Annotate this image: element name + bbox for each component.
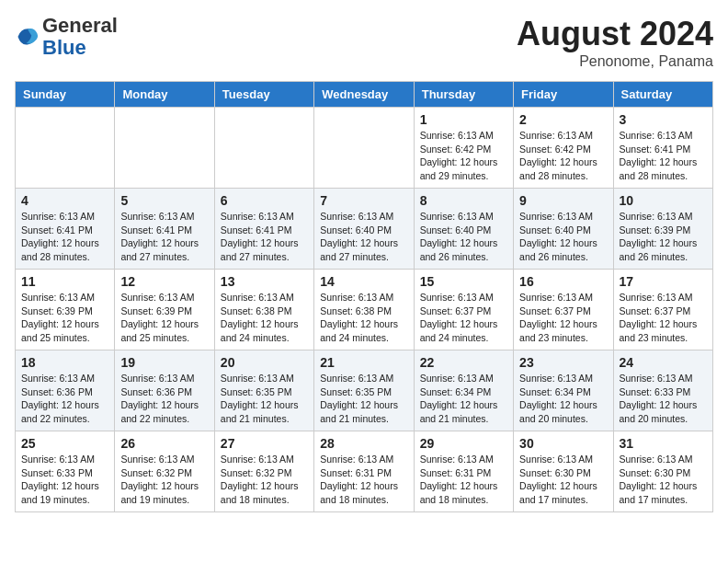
day-info: Sunrise: 6:13 AM Sunset: 6:33 PM Dayligh… (21, 453, 108, 507)
day-info: Sunrise: 6:13 AM Sunset: 6:39 PM Dayligh… (620, 210, 707, 264)
day-header-saturday: Saturday (613, 82, 712, 108)
day-number: 1 (420, 112, 507, 127)
day-info: Sunrise: 6:13 AM Sunset: 6:39 PM Dayligh… (21, 291, 108, 345)
day-number: 7 (320, 193, 407, 208)
day-number: 10 (620, 193, 707, 208)
day-header-friday: Friday (514, 82, 613, 108)
day-number: 23 (519, 355, 607, 370)
day-number: 25 (21, 436, 108, 451)
calendar-table: SundayMondayTuesdayWednesdayThursdayFrid… (15, 81, 713, 512)
day-info: Sunrise: 6:13 AM Sunset: 6:40 PM Dayligh… (320, 210, 407, 264)
day-header-monday: Monday (115, 82, 214, 108)
day-info: Sunrise: 6:13 AM Sunset: 6:37 PM Dayligh… (420, 291, 507, 345)
calendar-cell: 12Sunrise: 6:13 AM Sunset: 6:39 PM Dayli… (115, 270, 214, 350)
day-info: Sunrise: 6:13 AM Sunset: 6:32 PM Dayligh… (120, 453, 208, 507)
day-number: 2 (519, 112, 607, 127)
calendar-cell: 20Sunrise: 6:13 AM Sunset: 6:35 PM Dayli… (214, 350, 313, 431)
calendar-cell: 19Sunrise: 6:13 AM Sunset: 6:36 PM Dayli… (115, 350, 214, 431)
day-info: Sunrise: 6:13 AM Sunset: 6:42 PM Dayligh… (420, 129, 507, 183)
day-number: 8 (420, 193, 507, 208)
day-info: Sunrise: 6:13 AM Sunset: 6:35 PM Dayligh… (320, 372, 407, 426)
calendar-cell: 8Sunrise: 6:13 AM Sunset: 6:40 PM Daylig… (414, 189, 513, 270)
calendar-cell: 9Sunrise: 6:13 AM Sunset: 6:40 PM Daylig… (514, 189, 613, 270)
calendar-cell: 30Sunrise: 6:13 AM Sunset: 6:30 PM Dayli… (514, 431, 613, 512)
calendar-cell: 11Sunrise: 6:13 AM Sunset: 6:39 PM Dayli… (16, 270, 115, 350)
calendar-cell: 5Sunrise: 6:13 AM Sunset: 6:41 PM Daylig… (115, 189, 214, 270)
day-info: Sunrise: 6:13 AM Sunset: 6:31 PM Dayligh… (420, 453, 507, 507)
day-info: Sunrise: 6:13 AM Sunset: 6:39 PM Dayligh… (120, 291, 208, 345)
day-info: Sunrise: 6:13 AM Sunset: 6:38 PM Dayligh… (320, 291, 407, 345)
header-row: SundayMondayTuesdayWednesdayThursdayFrid… (16, 82, 713, 108)
day-info: Sunrise: 6:13 AM Sunset: 6:36 PM Dayligh… (120, 372, 208, 426)
day-number: 27 (221, 436, 308, 451)
calendar-cell: 22Sunrise: 6:13 AM Sunset: 6:34 PM Dayli… (414, 350, 513, 431)
day-info: Sunrise: 6:13 AM Sunset: 6:40 PM Dayligh… (519, 210, 607, 264)
day-info: Sunrise: 6:13 AM Sunset: 6:31 PM Dayligh… (320, 453, 407, 507)
day-number: 17 (620, 274, 707, 289)
week-row-5: 25Sunrise: 6:13 AM Sunset: 6:33 PM Dayli… (16, 431, 713, 512)
logo-icon (15, 24, 40, 50)
day-header-sunday: Sunday (16, 82, 115, 108)
day-number: 29 (420, 436, 507, 451)
day-info: Sunrise: 6:13 AM Sunset: 6:33 PM Dayligh… (620, 372, 707, 426)
day-number: 24 (620, 355, 707, 370)
day-info: Sunrise: 6:13 AM Sunset: 6:41 PM Dayligh… (120, 210, 208, 264)
calendar-cell (16, 108, 115, 189)
day-info: Sunrise: 6:13 AM Sunset: 6:30 PM Dayligh… (519, 453, 607, 507)
day-number: 11 (21, 274, 108, 289)
calendar-cell: 1Sunrise: 6:13 AM Sunset: 6:42 PM Daylig… (414, 108, 513, 189)
calendar-cell: 4Sunrise: 6:13 AM Sunset: 6:41 PM Daylig… (16, 189, 115, 270)
logo-text: General Blue (42, 15, 118, 59)
day-number: 4 (21, 193, 108, 208)
week-row-1: 1Sunrise: 6:13 AM Sunset: 6:42 PM Daylig… (16, 108, 713, 189)
calendar-cell: 7Sunrise: 6:13 AM Sunset: 6:40 PM Daylig… (314, 189, 414, 270)
day-info: Sunrise: 6:13 AM Sunset: 6:41 PM Dayligh… (21, 210, 108, 264)
calendar-cell: 25Sunrise: 6:13 AM Sunset: 6:33 PM Dayli… (16, 431, 115, 512)
calendar-cell: 2Sunrise: 6:13 AM Sunset: 6:42 PM Daylig… (514, 108, 613, 189)
day-number: 22 (420, 355, 507, 370)
day-header-thursday: Thursday (414, 82, 513, 108)
logo: General Blue (15, 15, 118, 59)
day-info: Sunrise: 6:13 AM Sunset: 6:41 PM Dayligh… (221, 210, 308, 264)
calendar-cell: 16Sunrise: 6:13 AM Sunset: 6:37 PM Dayli… (514, 270, 613, 350)
calendar-cell: 10Sunrise: 6:13 AM Sunset: 6:39 PM Dayli… (613, 189, 712, 270)
day-number: 28 (320, 436, 407, 451)
day-info: Sunrise: 6:13 AM Sunset: 6:40 PM Dayligh… (420, 210, 507, 264)
day-number: 3 (620, 112, 707, 127)
day-info: Sunrise: 6:13 AM Sunset: 6:36 PM Dayligh… (21, 372, 108, 426)
calendar-cell: 3Sunrise: 6:13 AM Sunset: 6:41 PM Daylig… (613, 108, 712, 189)
day-number: 6 (221, 193, 308, 208)
day-number: 20 (221, 355, 308, 370)
day-number: 13 (221, 274, 308, 289)
day-number: 21 (320, 355, 407, 370)
day-number: 15 (420, 274, 507, 289)
calendar-cell: 24Sunrise: 6:13 AM Sunset: 6:33 PM Dayli… (613, 350, 712, 431)
calendar-cell: 13Sunrise: 6:13 AM Sunset: 6:38 PM Dayli… (214, 270, 313, 350)
day-number: 31 (620, 436, 707, 451)
calendar-cell (314, 108, 414, 189)
calendar-cell: 14Sunrise: 6:13 AM Sunset: 6:38 PM Dayli… (314, 270, 414, 350)
month-year: August 2024 (517, 15, 713, 53)
calendar-cell: 17Sunrise: 6:13 AM Sunset: 6:37 PM Dayli… (613, 270, 712, 350)
day-number: 12 (120, 274, 208, 289)
day-info: Sunrise: 6:13 AM Sunset: 6:37 PM Dayligh… (519, 291, 607, 345)
week-row-2: 4Sunrise: 6:13 AM Sunset: 6:41 PM Daylig… (16, 189, 713, 270)
day-info: Sunrise: 6:13 AM Sunset: 6:30 PM Dayligh… (620, 453, 707, 507)
title-block: August 2024 Penonome, Panama (517, 15, 713, 70)
calendar-cell: 27Sunrise: 6:13 AM Sunset: 6:32 PM Dayli… (214, 431, 313, 512)
day-number: 14 (320, 274, 407, 289)
day-info: Sunrise: 6:13 AM Sunset: 6:42 PM Dayligh… (519, 129, 607, 183)
calendar-cell: 26Sunrise: 6:13 AM Sunset: 6:32 PM Dayli… (115, 431, 214, 512)
day-number: 9 (519, 193, 607, 208)
calendar-cell: 21Sunrise: 6:13 AM Sunset: 6:35 PM Dayli… (314, 350, 414, 431)
calendar-cell (214, 108, 313, 189)
day-info: Sunrise: 6:13 AM Sunset: 6:35 PM Dayligh… (221, 372, 308, 426)
day-number: 19 (120, 355, 208, 370)
location: Penonome, Panama (517, 53, 713, 70)
day-header-tuesday: Tuesday (214, 82, 313, 108)
day-number: 26 (120, 436, 208, 451)
calendar-cell: 15Sunrise: 6:13 AM Sunset: 6:37 PM Dayli… (414, 270, 513, 350)
day-info: Sunrise: 6:13 AM Sunset: 6:41 PM Dayligh… (620, 129, 707, 183)
day-info: Sunrise: 6:13 AM Sunset: 6:32 PM Dayligh… (221, 453, 308, 507)
day-info: Sunrise: 6:13 AM Sunset: 6:38 PM Dayligh… (221, 291, 308, 345)
